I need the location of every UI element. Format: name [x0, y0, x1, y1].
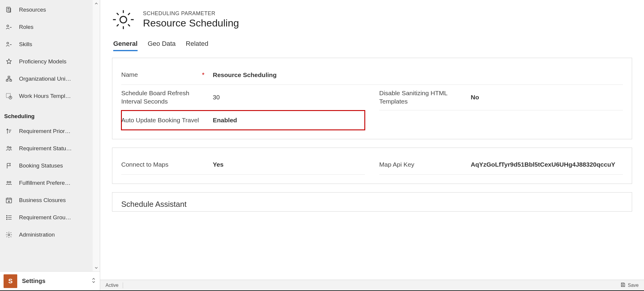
nav-proficiency[interactable]: Proficiency Models — [0, 53, 100, 70]
group-icon — [5, 179, 13, 187]
sidebar-scroll[interactable]: Resources Roles Skills Proficiency Model… — [0, 0, 100, 271]
field-apikey-value: AqYzGoLfTyr9d51Bbl5tCexU6UHg4J88320qccuY — [468, 161, 623, 168]
updown-icon — [92, 277, 96, 285]
required-indicator: * — [202, 71, 204, 79]
svg-point-2 — [7, 25, 9, 27]
nav-skills[interactable]: Skills — [0, 36, 100, 53]
nav-req-statuses[interactable]: Requirement Statu… — [0, 140, 100, 157]
tab-geo-data[interactable]: Geo Data — [148, 40, 176, 51]
svg-point-10 — [10, 147, 11, 148]
svg-point-9 — [7, 146, 9, 148]
svg-rect-7 — [6, 93, 10, 98]
nav-fulfillment-pref[interactable]: Fulfillment Prefere… — [0, 174, 100, 192]
nav-skills-label: Skills — [19, 41, 32, 48]
svg-point-17 — [8, 234, 10, 236]
sidebar: Resources Roles Skills Proficiency Model… — [0, 0, 100, 290]
nav-work-hours[interactable]: Work Hours Templ… — [0, 87, 100, 105]
gear-icon — [5, 231, 13, 239]
nav-req-groups[interactable]: Requirement Grou… — [0, 209, 100, 226]
field-apikey-label: Map Api Key — [379, 160, 462, 169]
nav-roles[interactable]: Roles — [0, 18, 100, 36]
field-disable-sanitize[interactable]: Disable Sanitizing HTML Templates No — [379, 85, 623, 110]
nav-resources[interactable]: Resources — [0, 1, 100, 18]
nav-org-units[interactable]: Organizational Uni… — [0, 70, 100, 87]
nav-business-closures-label: Business Closures — [19, 197, 66, 204]
calendar-x-icon — [5, 196, 13, 204]
flag-icon — [5, 162, 13, 170]
svg-rect-13 — [6, 198, 12, 203]
field-refresh-interval[interactable]: Schedule Board Refresh Interval Seconds … — [121, 85, 365, 110]
nav-roles-label: Roles — [19, 24, 34, 30]
app-root: Resources Roles Skills Proficiency Model… — [0, 0, 644, 291]
svg-point-1 — [8, 8, 9, 9]
tab-general[interactable]: General — [113, 40, 138, 51]
clock-box-icon — [5, 92, 13, 100]
svg-point-14 — [7, 215, 7, 216]
nav-booking-statuses[interactable]: Booking Statuses — [0, 157, 100, 174]
field-refresh-label: Schedule Board Refresh Interval Seconds — [121, 89, 204, 106]
field-maps-label: Connect to Maps — [121, 160, 204, 169]
svg-point-11 — [7, 182, 9, 183]
svg-point-15 — [7, 217, 7, 218]
nav-business-closures[interactable]: Business Closures — [0, 192, 100, 209]
field-refresh-value: 30 — [210, 94, 365, 101]
field-sanitize-value: No — [468, 94, 623, 101]
gear-large-icon — [112, 8, 135, 31]
nav-group-scheduling: Scheduling — [0, 105, 100, 123]
area-label: Settings — [22, 278, 45, 284]
field-name-value: Resource Scheduling — [210, 71, 623, 79]
page-header: SCHEDULING PARAMETER Resource Scheduling — [112, 8, 632, 31]
nav-fulfillment-pref-label: Fulfillment Prefere… — [19, 180, 70, 186]
area-switcher[interactable]: S Settings — [0, 271, 100, 290]
field-name[interactable]: Name * Resource Scheduling — [121, 65, 623, 85]
field-name-label-text: Name — [121, 71, 138, 79]
roles-icon — [5, 23, 13, 31]
tab-related[interactable]: Related — [186, 40, 208, 51]
svg-point-16 — [7, 219, 7, 220]
sidebar-scroll-arrows — [93, 0, 100, 271]
statusbar: Active Save — [100, 280, 644, 290]
sidebar-scroll-up[interactable] — [93, 0, 100, 7]
section-schedule-assistant-title: Schedule Assistant — [121, 200, 623, 209]
org-icon — [5, 75, 13, 83]
nav-req-priorities-label: Requirement Prior… — [19, 128, 70, 134]
nav-org-units-label: Organizational Uni… — [19, 76, 71, 82]
nav-req-priorities[interactable]: Requirement Prior… — [0, 123, 100, 140]
field-name-label: Name * — [121, 71, 204, 79]
roles-icon — [5, 40, 13, 48]
list-icon — [5, 213, 13, 222]
main-scroll[interactable]: SCHEDULING PARAMETER Resource Scheduling… — [100, 0, 644, 280]
sidebar-scroll-down[interactable] — [93, 264, 100, 271]
save-button[interactable]: Save — [620, 282, 639, 289]
priority-icon — [5, 127, 13, 135]
svg-rect-6 — [10, 80, 12, 81]
section-general: Name * Resource Scheduling Schedule Boar… — [112, 58, 632, 139]
people-icon — [5, 144, 13, 153]
nav-administration[interactable]: Administration — [0, 226, 100, 243]
save-button-label: Save — [628, 283, 639, 288]
nav-req-statuses-label: Requirement Statu… — [19, 145, 72, 152]
field-auto-update-travel[interactable]: Auto Update Booking Travel Enabled — [121, 110, 365, 130]
field-maps-value: Yes — [210, 161, 365, 168]
field-auto-value: Enabled — [210, 117, 365, 124]
page-title: Resource Scheduling — [143, 17, 239, 29]
field-auto-label: Auto Update Booking Travel — [121, 116, 204, 124]
section-schedule-assistant: Schedule Assistant — [112, 192, 632, 212]
svg-rect-5 — [6, 80, 8, 81]
nav-booking-statuses-label: Booking Statuses — [19, 162, 63, 169]
nav-proficiency-label: Proficiency Models — [19, 58, 66, 65]
field-connect-maps[interactable]: Connect to Maps Yes — [121, 155, 365, 175]
record-state: Active — [106, 283, 119, 288]
svg-point-3 — [7, 42, 9, 44]
nav-req-groups-label: Requirement Grou… — [19, 214, 71, 221]
field-sanitize-label: Disable Sanitizing HTML Templates — [379, 89, 462, 106]
svg-point-18 — [120, 16, 127, 23]
star-icon — [5, 57, 13, 66]
tabs: General Geo Data Related — [112, 40, 632, 51]
nav-work-hours-label: Work Hours Templ… — [19, 93, 71, 99]
section-maps: Connect to Maps Yes Map Api Key AqYzGoLf… — [112, 148, 632, 184]
main: SCHEDULING PARAMETER Resource Scheduling… — [100, 0, 644, 290]
save-icon — [620, 282, 626, 289]
resource-icon — [5, 6, 13, 14]
field-map-api-key[interactable]: Map Api Key AqYzGoLfTyr9d51Bbl5tCexU6UHg… — [379, 155, 623, 175]
